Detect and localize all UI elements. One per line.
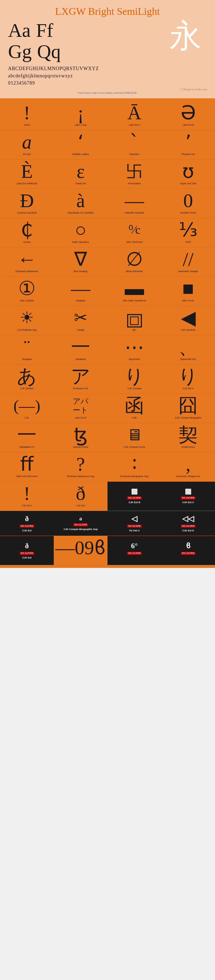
- char-comma-bopo: 、: [162, 337, 214, 357]
- no-glyph-label-c: NO GLYPH: [181, 496, 195, 500]
- label-diacforsym: Diacriticals For Symbols: [55, 212, 107, 217]
- row-9: ¨ Hiragana 一 Katakana ⋯ Bopomofo 、 Bopom…: [0, 335, 215, 364]
- label-cjksym: CJK Symbols: [162, 329, 214, 334]
- header: LXGW Bright SemiLight Aa Ff Gg Qq 永 ABCD…: [0, 0, 215, 98]
- char-circle-math: ○: [55, 220, 107, 240]
- label-kangxi: Kangxi: [55, 329, 107, 334]
- row-5: ₵ Arrows ○ Math Operators ⁰⁄c Misc Techn…: [0, 218, 215, 247]
- label-miscmathb: Misc Math Symbols B: [108, 299, 160, 305]
- char-colon-ratio: ∶: [108, 455, 160, 474]
- char-hiragana-a: あ: [1, 367, 53, 386]
- label-diacritics: Diacritics: [108, 153, 160, 158]
- block-noglyph-g: ◁◁ NO GLYPH CJK Ext D: [161, 511, 215, 536]
- char-exclaim: !: [1, 103, 53, 123]
- char-apart: アパート: [55, 396, 107, 415]
- label-misctech: Misc Technical: [108, 241, 160, 246]
- char-euro-c: ₵: [1, 220, 53, 240]
- char-dash-ding: —: [55, 279, 107, 298]
- label-fuik: Fuik: [108, 417, 160, 422]
- sample-row-1: Aa Ff: [8, 20, 169, 41]
- sample-row-2: Gg Qq: [8, 41, 169, 62]
- block-blockelem: ∅ Block Elements: [107, 247, 161, 277]
- label-geoshapesext: Geometric Shapes Ext: [162, 475, 214, 480]
- block-numforms: 0 Number Forms: [161, 189, 215, 218]
- row-final: ð NO GLYPH CJK Ext —09ϐ 6° NO GLYPH ϐ NO…: [0, 536, 215, 565]
- block-ipa: a IPA Ext: [0, 130, 54, 159]
- block-noglyph-d: ð NO GLYPH CJK Ext: [0, 511, 54, 536]
- label-final-3: [108, 556, 160, 562]
- block-arrows: ₵ Arrows: [0, 218, 54, 247]
- row-7: ① Misc Symbol — Dingbats ▬ Misc Math Sym…: [0, 277, 215, 306]
- block-encideosup: ∶ Enclosed Ideographic Sup: [107, 452, 161, 481]
- sample-left: Aa Ff Gg Qq: [8, 20, 169, 62]
- block-hiragana: ¨ Hiragana: [0, 335, 54, 364]
- char-paren-dash: (—): [1, 396, 53, 415]
- block-cjkcompatideo: 囧 CJK Compat Ideographs: [161, 394, 215, 423]
- block-encalphasup: ? Enclosed Alphanums Sup: [54, 452, 107, 481]
- label-cjkradsup: CJK Radicals Sup: [1, 329, 53, 334]
- label-bopomofo: Bopomofo: [108, 358, 160, 363]
- block-currency: Ð Currency Symbols: [0, 189, 54, 218]
- no-glyph-label-h: NO GLYPH: [20, 552, 34, 555]
- row-13: ﬀ Half And Full Forms ? Enclosed Alphanu…: [0, 452, 215, 482]
- label-final-4: [162, 556, 214, 562]
- label-miscsymbol: Misc Symbol: [1, 299, 53, 305]
- char-square-fill: ■: [162, 279, 214, 298]
- label-ipa: IPA Ext: [1, 153, 53, 158]
- block-cjksym: ◀ CJK Symbols: [161, 306, 215, 335]
- block-alphapf: 一 Alphabetic PF: [0, 423, 54, 452]
- block-final-2: —09ϐ: [54, 536, 107, 565]
- char-tz: ꜩ: [55, 425, 107, 445]
- block-diacforsym: à Diacriticals For Symbols: [54, 189, 107, 218]
- block-tjkexta: ! TJK Ext A: [0, 482, 54, 511]
- char-a-ng: a: [78, 514, 83, 523]
- char-third: ⅓: [162, 220, 214, 240]
- block-phonetic: ʼ Phonetic Ext: [161, 130, 215, 159]
- char-rect-fill: ▬: [108, 279, 160, 298]
- block-fuik: 函 Fuik: [107, 394, 161, 423]
- block-bopomofoext: 、 Bopomofo Ext: [161, 335, 215, 364]
- char-nabla: ∇: [55, 250, 107, 269]
- char-emdash: —: [108, 191, 160, 210]
- char-schwa: Ə: [162, 103, 214, 123]
- char-scissors: ✂: [55, 308, 107, 328]
- char-agrave: à: [55, 191, 107, 210]
- block-enccjk: ア Enclosed CJK: [54, 364, 107, 393]
- label-cjkextb-ng: CJK Ext B: [108, 501, 160, 506]
- char-dbl-tri: ◁◁: [181, 513, 195, 524]
- char-phonetic: ʼ: [162, 132, 214, 152]
- char-empty-set: ∅: [108, 250, 160, 269]
- char-Egrave: È: [1, 162, 53, 181]
- char-ng-c: ⬜: [184, 487, 193, 496]
- no-glyph-label-b: NO GLYPH: [127, 496, 142, 500]
- label-tjkexta: TJK Ext A: [1, 504, 53, 510]
- char-qi: 契: [162, 425, 214, 445]
- no-glyph-label-i: NO GLYPH: [127, 552, 142, 555]
- char-circled-1: ①: [1, 279, 53, 298]
- block-ascii: ! ASCII: [0, 101, 54, 130]
- row-8: ☀ CJK Radicals Sup ✂ Kangxi IBC ◀ CJK Sy…: [0, 306, 215, 335]
- alphabet-upper: ABCDEFGHIJKLMNOPQRSTUVWXYZ: [8, 65, 207, 72]
- label-ascii: ASCII: [1, 124, 53, 129]
- label-cjkext-ng: CJK Ext: [55, 504, 107, 510]
- block-katakana: 一 Katakana: [54, 335, 107, 364]
- main-section: ! ASCII ¡ Latin 1 Sup Ā Latin Ext A Ə La…: [0, 98, 215, 568]
- char-dash-kata: 一: [55, 337, 107, 357]
- label-greek: Greek Ext: [55, 182, 107, 188]
- char-question: ?: [55, 455, 107, 474]
- block-cjkstrokes: あ CJK Strokes: [0, 364, 54, 393]
- label-modifier: Modifier Letters: [55, 153, 107, 158]
- char-epsilon: ε: [55, 162, 107, 181]
- label-cjkextd-1: CJK Ext: [1, 529, 53, 535]
- char-sun: ☀: [1, 308, 53, 328]
- label-cjkextc-ng: CJK Ext C: [162, 501, 214, 506]
- font-title: LXGW Bright SemiLight: [8, 5, 207, 17]
- char-ng-b: ⬜: [130, 487, 139, 496]
- label-latin1sup: Latin 1 Sup: [55, 124, 107, 129]
- label-cjk: CJK: [1, 417, 53, 422]
- block-geoshapes: // Geometric Shapes: [161, 247, 215, 277]
- label-cjkcompat: CJK Compat: [108, 387, 160, 393]
- label-halffulls: Half And Full Forms: [1, 475, 53, 480]
- label-encalpha: Enclosed Alphanums: [1, 270, 53, 275]
- char-eth-2: ð: [24, 513, 30, 524]
